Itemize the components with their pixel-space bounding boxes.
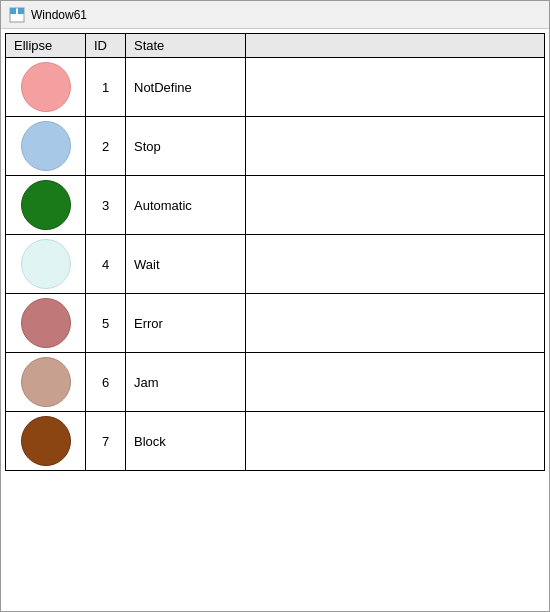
window-title: Window61 — [31, 8, 87, 22]
window: Window61 Ellipse ID State 1NotDefine2Sto… — [0, 0, 550, 612]
cell-extra — [246, 235, 545, 294]
cell-ellipse — [6, 176, 86, 235]
cell-id: 3 — [86, 176, 126, 235]
cell-extra — [246, 294, 545, 353]
table-row: 7Block — [6, 412, 545, 471]
header-id: ID — [86, 34, 126, 58]
ellipse-shape — [21, 239, 71, 289]
header-state: State — [126, 34, 246, 58]
cell-id: 1 — [86, 58, 126, 117]
cell-state: Automatic — [126, 176, 246, 235]
table-header-row: Ellipse ID State — [6, 34, 545, 58]
ellipse-shape — [21, 121, 71, 171]
cell-ellipse — [6, 412, 86, 471]
ellipse-shape — [21, 357, 71, 407]
cell-id: 4 — [86, 235, 126, 294]
data-table: Ellipse ID State 1NotDefine2Stop3Automat… — [5, 33, 545, 471]
table-row: 5Error — [6, 294, 545, 353]
svg-rect-2 — [18, 8, 24, 14]
cell-extra — [246, 353, 545, 412]
cell-id: 6 — [86, 353, 126, 412]
table-row: 3Automatic — [6, 176, 545, 235]
cell-state: Jam — [126, 353, 246, 412]
table-container: Ellipse ID State 1NotDefine2Stop3Automat… — [1, 29, 549, 611]
cell-id: 2 — [86, 117, 126, 176]
cell-extra — [246, 176, 545, 235]
cell-ellipse — [6, 294, 86, 353]
cell-state: Wait — [126, 235, 246, 294]
ellipse-shape — [21, 180, 71, 230]
title-bar: Window61 — [1, 1, 549, 29]
svg-rect-1 — [10, 8, 16, 14]
table-row: 2Stop — [6, 117, 545, 176]
cell-state: Stop — [126, 117, 246, 176]
ellipse-shape — [21, 298, 71, 348]
table-row: 1NotDefine — [6, 58, 545, 117]
cell-extra — [246, 117, 545, 176]
table-row: 4Wait — [6, 235, 545, 294]
window-icon — [9, 7, 25, 23]
table-row: 6Jam — [6, 353, 545, 412]
cell-ellipse — [6, 353, 86, 412]
cell-state: Block — [126, 412, 246, 471]
cell-id: 5 — [86, 294, 126, 353]
cell-state: Error — [126, 294, 246, 353]
cell-extra — [246, 58, 545, 117]
cell-ellipse — [6, 58, 86, 117]
header-ellipse: Ellipse — [6, 34, 86, 58]
ellipse-shape — [21, 416, 71, 466]
cell-state: NotDefine — [126, 58, 246, 117]
cell-id: 7 — [86, 412, 126, 471]
header-extra — [246, 34, 545, 58]
cell-ellipse — [6, 117, 86, 176]
ellipse-shape — [21, 62, 71, 112]
cell-extra — [246, 412, 545, 471]
cell-ellipse — [6, 235, 86, 294]
